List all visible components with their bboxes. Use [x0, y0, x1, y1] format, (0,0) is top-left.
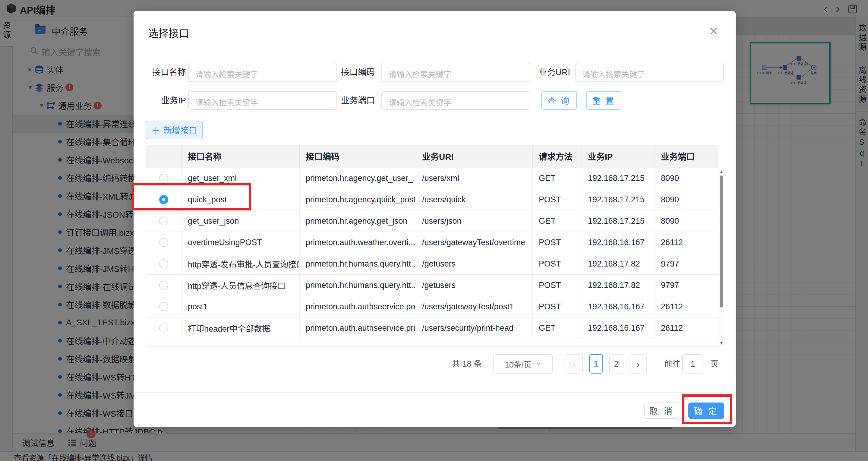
cell-uri: /getusers: [416, 253, 533, 274]
close-icon[interactable]: ✕: [709, 25, 718, 37]
table-row[interactable]: post1 primeton.auth.authseervice.po... /…: [146, 296, 718, 317]
table-row[interactable]: http穿透-人员信息查询接口 primeton.hr.humans.query…: [146, 275, 718, 296]
cell-ip: 192.168.16.167: [582, 232, 655, 253]
cell-method: POST: [533, 253, 582, 274]
cell-ip: 192.168.16.167: [582, 296, 655, 317]
cell-uri: /users/xml: [416, 167, 533, 189]
row-radio[interactable]: [159, 238, 168, 247]
scroll-down-icon[interactable]: ▼: [719, 340, 724, 345]
filter-label-port: 业务端口: [333, 91, 375, 110]
cell-method: POST: [533, 296, 582, 317]
add-interface-button[interactable]: ＋ 新增接口: [146, 121, 203, 139]
page-unit-label: 页: [710, 354, 718, 374]
cell-code: primeton.hr.agency.quick_post: [300, 189, 416, 210]
table-row[interactable]: 打印header中全部数据 primeton.auth.authseervice…: [146, 317, 718, 339]
filter-input-name[interactable]: 请输入检索关键字: [188, 63, 337, 82]
goto-page-input[interactable]: 1: [682, 354, 703, 374]
row-radio[interactable]: [159, 324, 168, 333]
page-button-1[interactable]: 1: [589, 354, 603, 374]
cell-method: POST: [533, 232, 582, 253]
cell-port: 26112: [655, 317, 718, 339]
cell-port: 9797: [655, 275, 718, 296]
page-button-2[interactable]: 2: [609, 354, 623, 374]
annotation-box-confirm: [682, 394, 732, 424]
cell-ip: 192.168.17.215: [582, 211, 655, 232]
search-button[interactable]: 查 询: [541, 91, 577, 110]
cell-code: primeton.auth.authseervice.pri...: [300, 317, 416, 339]
prev-page-button[interactable]: ‹: [566, 354, 583, 374]
filter-label-code: 接口编码: [333, 63, 375, 82]
header-radio-col: [146, 145, 182, 167]
cell-port: 26112: [655, 232, 718, 253]
cell-code: primeton.hr.agency.get_user_...: [300, 167, 416, 189]
table-header-row: 接口名称 接口编码 业务URI 请求方法 业务IP 业务端口: [146, 145, 718, 167]
cell-uri: /getusers: [416, 275, 533, 296]
cell-name: http穿透-发布审批-人员查询接口: [182, 253, 300, 274]
cell-port: 9797: [655, 253, 718, 274]
cell-name: http穿透-人员信息查询接口: [182, 275, 300, 296]
cell-code: primeton.hr.humans.query.htt...: [300, 253, 416, 274]
dialog-title: 选择接口: [148, 25, 189, 40]
interface-table: 接口名称 接口编码 业务URI 请求方法 业务IP 业务端口 get_user_…: [146, 145, 723, 347]
app-root: API编排 ‹ › 资源 中介服务: [0, 0, 868, 461]
dialog-footer: 取 消 确 定: [133, 392, 736, 427]
cell-uri: /users/gatewayTest/overtime: [416, 232, 533, 253]
filter-input-port[interactable]: 请输入检索关键字: [381, 91, 530, 110]
cell-code: primeton.auth.authseervice.po...: [300, 296, 416, 317]
row-radio[interactable]: [159, 174, 168, 183]
cell-name: post1: [182, 296, 300, 317]
cell-method: POST: [533, 189, 582, 210]
page-size-select[interactable]: 10条/页 ∨: [493, 354, 553, 374]
filter-input-ip[interactable]: 请输入检索关键字: [188, 91, 337, 110]
cell-uri: /users/security/print-head: [416, 317, 533, 339]
goto-label: 前往: [664, 354, 680, 374]
cell-name: overtimeUsingPOST: [182, 232, 300, 253]
cell-port: 8090: [655, 211, 718, 232]
cell-method: GET: [533, 211, 582, 232]
cell-uri: /users/gatewayTest/post1: [416, 296, 533, 317]
scrollbar-thumb[interactable]: [720, 176, 723, 308]
table-row-partial: [146, 339, 723, 347]
cancel-button[interactable]: 取 消: [644, 402, 679, 419]
cell-ip: 192.168.17.82: [582, 253, 655, 274]
cell-method: GET: [533, 317, 582, 339]
row-radio[interactable]: [159, 259, 168, 268]
cell-port: 26112: [655, 296, 718, 317]
reset-button[interactable]: 重 置: [586, 91, 621, 110]
cell-name: 打印header中全部数据: [182, 317, 300, 339]
cell-method: POST: [533, 275, 582, 296]
cell-ip: 192.168.16.167: [582, 317, 655, 339]
table-row[interactable]: overtimeUsingPOST primeton.auth.weather.…: [146, 232, 718, 253]
filter-input-uri[interactable]: 请输入检索关键字: [575, 63, 724, 82]
filter-label-name: 接口名称: [146, 63, 186, 82]
row-radio[interactable]: [159, 302, 168, 311]
scroll-up-icon[interactable]: ▲: [719, 169, 724, 174]
filter-label-uri: 业务URI: [526, 63, 570, 82]
cell-code: primeton.hr.agency.get_json: [300, 211, 416, 232]
cell-ip: 192.168.17.215: [582, 167, 655, 189]
cell-ip: 192.168.17.82: [582, 275, 655, 296]
table-row[interactable]: http穿透-发布审批-人员查询接口 primeton.hr.humans.qu…: [146, 253, 718, 275]
chevron-down-icon: ∨: [536, 360, 541, 368]
cell-uri: /users/json: [416, 211, 533, 232]
table-row[interactable]: get_user_json primeton.hr.agency.get_jso…: [146, 211, 718, 232]
cell-code: primeton.auth.weather.overti...: [300, 232, 416, 253]
next-page-button[interactable]: ›: [629, 354, 647, 374]
cell-name: get_user_json: [182, 211, 300, 232]
row-radio[interactable]: [159, 281, 168, 290]
filter-input-code[interactable]: 请输入检索关键字: [381, 63, 530, 82]
select-interface-dialog: 选择接口 ✕ 接口名称 请输入检索关键字 接口编码 请输入检索关键字 业务URI…: [133, 11, 736, 427]
cell-method: GET: [533, 167, 582, 189]
cell-port: 8090: [655, 167, 718, 189]
cell-port: 8090: [655, 189, 718, 210]
cell-code: primeton.hr.humans.query.htt...: [300, 275, 416, 296]
row-radio[interactable]: [159, 216, 168, 225]
cell-uri: /users/quick: [416, 189, 533, 210]
annotation-box-selected-row: [132, 183, 251, 211]
plus-icon: ＋: [151, 123, 160, 136]
filter-label-ip: 业务IP: [146, 91, 186, 110]
table-scrollbar[interactable]: ▲ ▼: [719, 167, 723, 347]
pagination-total: 共 18 条: [452, 354, 482, 374]
cell-ip: 192.168.17.215: [582, 189, 655, 210]
